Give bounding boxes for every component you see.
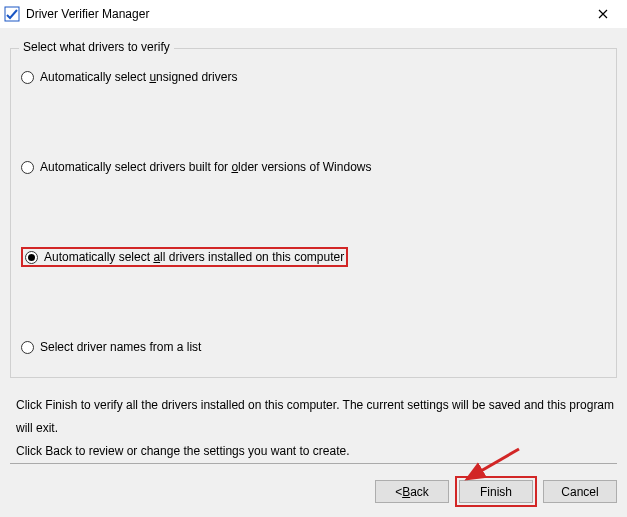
radio-row-unsigned[interactable]: Automatically select unsigned drivers: [21, 67, 606, 87]
radio-label-unsigned: Automatically select unsigned drivers: [40, 70, 237, 84]
app-icon: [4, 6, 20, 22]
back-button[interactable]: < Back: [375, 480, 449, 503]
window-title: Driver Verifier Manager: [26, 7, 583, 21]
client-area: Select what drivers to verify Automatica…: [0, 28, 627, 517]
instruction-text: Click Finish to verify all the drivers i…: [10, 394, 617, 462]
instruction-line2: Click Back to review or change the setti…: [16, 440, 617, 463]
radio-label-all: Automatically select all drivers install…: [44, 250, 344, 264]
radio-unsigned[interactable]: [21, 71, 34, 84]
radio-list[interactable]: [21, 341, 34, 354]
radio-all[interactable]: [25, 251, 38, 264]
radio-row-older[interactable]: Automatically select drivers built for o…: [21, 157, 606, 177]
highlight-selected-option: Automatically select all drivers install…: [21, 247, 348, 267]
instruction-line1: Click Finish to verify all the drivers i…: [16, 394, 617, 440]
footer: < Back Finish Cancel: [10, 463, 617, 507]
close-button[interactable]: [583, 0, 623, 28]
group-legend: Select what drivers to verify: [19, 40, 174, 54]
footer-buttons: < Back Finish Cancel: [10, 476, 617, 507]
radio-row-list[interactable]: Select driver names from a list: [21, 337, 606, 357]
footer-separator: [10, 463, 617, 464]
radio-label-list: Select driver names from a list: [40, 340, 201, 354]
radio-older[interactable]: [21, 161, 34, 174]
finish-button[interactable]: Finish: [459, 480, 533, 503]
radio-label-older: Automatically select drivers built for o…: [40, 160, 371, 174]
radio-row-all[interactable]: Automatically select all drivers install…: [21, 247, 606, 267]
svg-rect-0: [5, 7, 19, 21]
cancel-button[interactable]: Cancel: [543, 480, 617, 503]
title-bar: Driver Verifier Manager: [0, 0, 627, 28]
close-icon: [598, 9, 608, 19]
driver-select-group: Select what drivers to verify Automatica…: [10, 48, 617, 378]
highlight-finish: Finish: [455, 476, 537, 507]
